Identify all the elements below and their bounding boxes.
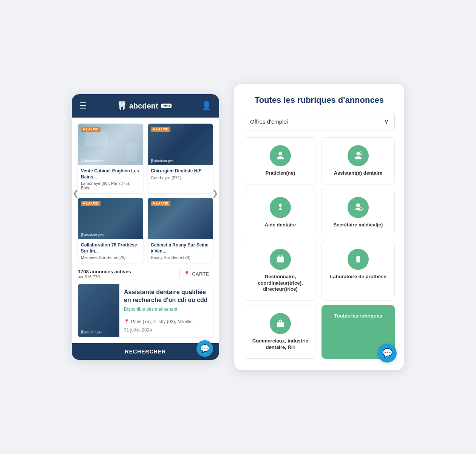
listing-location: Lamorlaye (60), Paris (75), Bois... (81, 181, 140, 190)
category-label: Praticien(ne) (266, 170, 295, 177)
category-label: Toutes les rubriques (334, 313, 382, 319)
listing-card-image: A LA UNE 🦷abcdent.pro (78, 198, 143, 239)
featured-date: 31 juillet 2024 (124, 327, 209, 333)
listing-location: Gourbeyre (971) (151, 175, 210, 180)
category-gestionnaire[interactable]: Gestionnaire, coordinateur(trice), direc… (244, 241, 317, 301)
secretaire-icon (348, 197, 369, 218)
category-label: Commerciaux, industrie dentaire, RH (249, 338, 312, 351)
featured-body: Assistante dentaire qualifiée en recherc… (119, 284, 213, 337)
laboratoire-icon (348, 249, 369, 270)
featured-title: Assistante dentaire qualifiée en recherc… (124, 288, 209, 304)
listing-card[interactable]: A LA UNE 🦷abcdent.pro Chirurgien Dentist… (148, 124, 213, 193)
featured-location: 📍 Paris (75), Clichy (92), Neuilly... (124, 319, 209, 324)
category-label: Secrétaire médical(e) (334, 222, 383, 228)
featured-availability: Disponible dès maintenant (124, 307, 209, 312)
listing-title: Collaboration 78 Prothèse Sur Im... (81, 242, 140, 254)
dropdown-wrapper: Offres d'emploi Demandes d'emploi Ventes… (244, 113, 395, 130)
stats-count: 1708 annonces actives (78, 269, 131, 274)
card-watermark: 🦷abcdent.pro (80, 233, 104, 237)
listing-card[interactable]: A LA UNE 🦷abcdent.pro Collaboration 78 P… (78, 198, 143, 263)
listing-title: Cabinet à Rosny Sur Seine à Ven... (151, 242, 210, 254)
category-grid: Praticien(ne) Assistant(e) dentaire (244, 137, 395, 359)
panel-title: Toutes les rubriques d'annonces (244, 95, 395, 105)
pin-icon: 📍 (184, 271, 190, 277)
nav-arrow-right[interactable]: ❯ (212, 189, 218, 198)
location-pin-icon: 📍 (124, 319, 130, 324)
featured-listing[interactable]: 🦷abcdent.pro Assistante dentaire qualifi… (78, 284, 213, 337)
category-label: Laboratoire de prothèse (330, 274, 386, 280)
listing-card-image: A LA UNE (148, 198, 213, 239)
card-watermark: 🦷abcdent.pro (150, 159, 174, 163)
logo-area: 🦷 abcdent PRO (117, 101, 172, 111)
listing-title: Chirurgien Dentiste H/F (151, 168, 210, 174)
listing-location: Rosny Sur Seine (78) (151, 255, 210, 260)
badge-une: A LA UNE (151, 201, 170, 206)
assistant-dentaire-icon (348, 145, 369, 166)
stats-sub: sur 316 770 (78, 274, 131, 279)
listing-title: Vente Cabinet Enghien Les Bains... (81, 168, 140, 180)
listing-card[interactable]: A LA UNE 🦷abcdent.pro Vente Cabinet Engh… (78, 124, 143, 193)
phone-content: ❮ ❯ A LA UNE 🦷abcdent.pro Vente Cabinet … (72, 118, 219, 343)
category-commerciaux[interactable]: Commerciaux, industrie dentaire, RH (244, 305, 317, 359)
stats-row: 1708 annonces actives sur 316 770 📍 CART… (78, 268, 213, 279)
svg-rect-7 (277, 257, 284, 259)
nav-arrow-left[interactable]: ❮ (73, 189, 79, 198)
phone-header: ☰ 🦷 abcdent PRO 👤 (72, 94, 219, 118)
card-watermark: 🦷abcdent.pro (80, 159, 104, 163)
carte-button[interactable]: 📍 CARTE (179, 268, 213, 279)
rechercher-button[interactable]: RECHERCHER (125, 349, 166, 355)
category-laboratoire[interactable]: Laboratoire de prothèse (321, 241, 395, 301)
svg-rect-10 (277, 322, 284, 327)
svg-point-0 (278, 152, 282, 155)
category-label: Aide dentaire (265, 222, 296, 228)
card-grid: ❮ ❯ A LA UNE 🦷abcdent.pro Vente Cabinet … (78, 124, 213, 263)
featured-divider (124, 316, 209, 316)
hamburger-icon[interactable]: ☰ (79, 101, 87, 111)
listing-card-body: Cabinet à Rosny Sur Seine à Ven... Rosny… (148, 239, 213, 263)
category-dropdown[interactable]: Offres d'emploi Demandes d'emploi Ventes… (244, 113, 395, 130)
carte-label: CARTE (192, 271, 209, 277)
user-icon[interactable]: 👤 (201, 101, 212, 111)
svg-rect-9 (281, 255, 283, 257)
listing-location: Mezieres Sur Seine (78) (81, 255, 140, 260)
praticien-icon (270, 145, 291, 166)
logo-text: abcdent (129, 102, 158, 110)
listing-card[interactable]: A LA UNE Cabinet à Rosny Sur Seine à Ven… (148, 198, 213, 263)
category-secretaire[interactable]: Secrétaire médical(e) (321, 189, 395, 236)
listing-card-body: Chirurgien Dentiste H/F Gourbeyre (971) (148, 165, 213, 183)
badge-une: A LA UNE (81, 127, 100, 132)
location-text: Paris (75), Clichy (92), Neuilly... (131, 319, 195, 324)
category-assistant-dentaire[interactable]: Assistant(e) dentaire (321, 137, 395, 184)
chat-bubble-button[interactable]: 💬 (196, 340, 213, 357)
category-label: Assistant(e) dentaire (334, 170, 383, 177)
right-panel: Toutes les rubriques d'annonces Offres d… (234, 84, 404, 370)
listing-card-image: A LA UNE 🦷abcdent.pro (78, 124, 143, 165)
pro-badge: PRO (161, 104, 172, 108)
phone-mockup: ☰ 🦷 abcdent PRO 👤 ❮ ❯ A LA UNE 🦷abcdent.… (72, 94, 219, 360)
tooth-icon: 🦷 (117, 101, 127, 111)
badge-une: A LA UNE (151, 127, 170, 132)
phone-bottom-bar: RECHERCHER 💬 (72, 343, 219, 360)
category-aide-dentaire[interactable]: Aide dentaire (244, 189, 317, 236)
gestionnaire-icon (270, 249, 291, 270)
featured-image: 🦷abcdent.pro (78, 284, 119, 337)
featured-watermark: 🦷abcdent.pro (80, 330, 102, 334)
stats-block: 1708 annonces actives sur 316 770 (78, 269, 131, 279)
category-praticien[interactable]: Praticien(ne) (244, 137, 317, 184)
listing-card-image: A LA UNE 🦷abcdent.pro (148, 124, 213, 165)
badge-une: A LA UNE (81, 201, 100, 206)
listing-card-body: Collaboration 78 Prothèse Sur Im... Mezi… (78, 239, 143, 263)
listing-card-body: Vente Cabinet Enghien Les Bains... Lamor… (78, 165, 143, 193)
commerciaux-icon (270, 313, 291, 334)
category-label: Gestionnaire, coordinateur(trice), direc… (249, 274, 312, 293)
aide-dentaire-icon (270, 197, 291, 218)
chat-bubble-right-button[interactable]: 💬 (378, 344, 397, 363)
svg-rect-8 (278, 255, 280, 257)
svg-point-4 (356, 203, 360, 208)
